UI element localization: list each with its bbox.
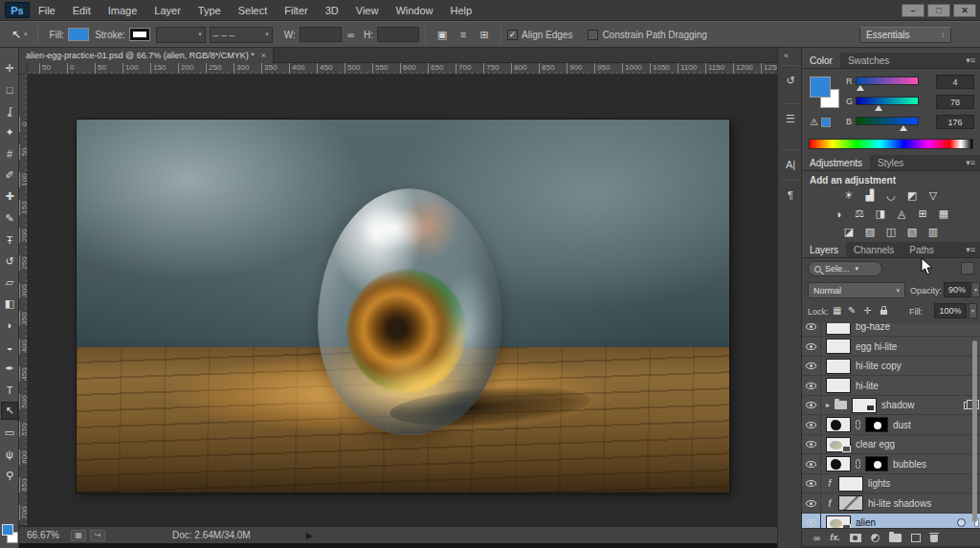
eye-icon[interactable] [806,422,816,428]
path-selection-tool[interactable]: ↖ [1,402,18,420]
tab-adjustments[interactable]: Adjustments [802,155,870,170]
menu-3d[interactable]: 3D [317,5,347,16]
quick-selection-tool[interactable]: ✦ [1,123,18,142]
layer-row-bubbles[interactable]: bubbles [802,455,980,474]
tab-layers[interactable]: Layers [802,242,846,257]
new-group-icon[interactable] [889,534,902,542]
menu-file[interactable]: File [30,5,64,16]
zoom-tool[interactable]: ⚲ [1,467,18,485]
lock-pixels-icon[interactable]: ✎ [848,305,856,316]
layer-row-hi-lite-copy[interactable]: hi-lite copy [802,357,980,376]
eyedropper-tool[interactable]: ✐ [1,166,18,185]
visibility-cell[interactable] [802,357,821,376]
new-layer-icon[interactable] [911,534,921,542]
threshold-icon[interactable]: ◫ [883,225,900,239]
eraser-tool[interactable]: ▱ [1,274,18,292]
vertical-ruler[interactable]: 0501001502002503003504004505005506006507… [19,75,28,525]
channel-slider[interactable] [856,117,919,125]
fill-field[interactable]: 100% [934,303,967,318]
hand-tool[interactable]: ψ [1,445,18,463]
color-balance-icon[interactable]: ⚖ [852,207,868,221]
layer-style-icon[interactable]: fx. [830,533,840,542]
visibility-cell[interactable] [802,376,821,395]
tab-paths[interactable]: Paths [902,242,942,257]
menu-view[interactable]: View [347,5,388,16]
eye-icon[interactable] [806,343,816,350]
visibility-cell[interactable] [802,323,821,337]
stroke-width-select[interactable]: ▾ [156,27,206,43]
document-size-info[interactable]: Doc: 2.64M/34.0M [172,530,251,540]
clone-stamp-tool[interactable]: Ŧ [1,230,18,249]
exposure-icon[interactable]: ◩ [904,188,921,203]
new-adjustment-layer-icon[interactable] [871,534,880,542]
tool-preset-picker[interactable]: ↖ ▾ [8,26,32,43]
layer-filter-select[interactable]: Sele... ▾ [808,261,882,276]
channel-value-field[interactable]: 78 [936,95,974,109]
color-spectrum-ramp[interactable] [809,139,973,149]
selective-color-icon[interactable]: ▧ [904,225,921,239]
lock-position-icon[interactable]: ✛ [863,305,871,316]
close-button[interactable]: ✕ [953,4,976,17]
canvas-image[interactable] [77,120,729,493]
channel-mixer-icon[interactable]: ⊞ [915,207,931,221]
crop-tool[interactable]: # [1,145,18,164]
eye-icon[interactable] [806,480,816,487]
stroke-type-select[interactable]: – – – ▾ [210,27,273,43]
expand-group-icon[interactable]: ▸ [826,401,830,409]
rectangle-tool[interactable]: ▭ [1,424,18,442]
menu-select[interactable]: Select [230,5,277,16]
align-edges-checkbox[interactable]: ✓ [507,30,518,40]
width-input[interactable] [300,27,342,42]
visibility-cell[interactable] [802,415,821,434]
type-tool[interactable]: T [1,381,18,399]
gradient-tool[interactable]: ◧ [1,295,18,313]
vibrance-icon[interactable]: ▽ [925,188,942,203]
character-panel-icon[interactable]: A| [781,156,800,173]
horizontal-ruler[interactable]: 5005010015020025030035040045050055060065… [28,63,777,75]
layer-row-hi-lite[interactable]: hi-lite [802,377,980,396]
channel-slider[interactable] [856,77,919,85]
ruler-corner[interactable] [19,63,28,75]
tab-color[interactable]: Color [802,53,840,68]
delete-layer-icon[interactable] [930,535,938,542]
visibility-cell[interactable] [802,396,821,415]
path-arrangement-button[interactable]: ⊞ [475,26,494,43]
add-mask-icon[interactable] [850,534,861,542]
panel-menu-icon[interactable]: ▾≡ [966,155,975,170]
properties-panel-icon[interactable]: ☰ [781,110,800,127]
visibility-cell[interactable] [802,435,821,454]
brightness-contrast-icon[interactable]: ☀ [841,188,858,203]
panel-foreground-swatch[interactable] [810,77,831,98]
visibility-cell[interactable] [802,493,821,513]
document-tab[interactable]: alien-egg-practice-01.psd @ 66.7% (alien… [19,48,274,63]
rectangular-marquee-tool[interactable]: □ [1,80,18,99]
slider-thumb[interactable] [857,85,864,91]
visibility-cell[interactable] [802,514,821,529]
eye-icon[interactable] [806,362,816,369]
minimize-button[interactable]: – [902,4,924,17]
history-brush-tool[interactable]: ↺ [1,252,18,271]
visibility-cell[interactable] [802,337,821,356]
eye-icon[interactable] [806,383,816,389]
maximize-button[interactable]: □ [927,4,950,17]
layer-row-hi-lite-shadows[interactable]: fhi-lite shadows [802,494,980,514]
zoom-level-field[interactable]: 66.67% [27,530,71,540]
workspace-switcher[interactable]: Essentials ↕ [859,27,951,43]
visibility-cell[interactable] [802,454,821,473]
link-layers-icon[interactable]: ∞ [813,533,820,543]
fill-color-swatch[interactable] [68,28,89,41]
move-tool[interactable]: ✛ [1,59,18,77]
layers-scrollbar[interactable] [972,340,977,522]
opacity-dropdown-arrow[interactable]: ▾ [971,282,980,297]
menu-filter[interactable]: Filter [276,5,316,16]
layer-row-egg-hi-lite[interactable]: egg hi-lite [802,338,980,357]
blur-tool[interactable]: ◗ [1,317,18,335]
eye-icon[interactable] [806,402,816,408]
menu-edit[interactable]: Edit [64,5,100,16]
layer-row-lights[interactable]: flights [802,474,980,493]
layer-row-dust[interactable]: dust [802,416,980,435]
eye-icon[interactable] [806,441,816,448]
invert-icon[interactable]: ◪ [841,225,858,239]
layer-row-bg-haze[interactable]: bg-haze [802,323,980,337]
path-alignment-button[interactable]: ≡ [454,26,473,43]
